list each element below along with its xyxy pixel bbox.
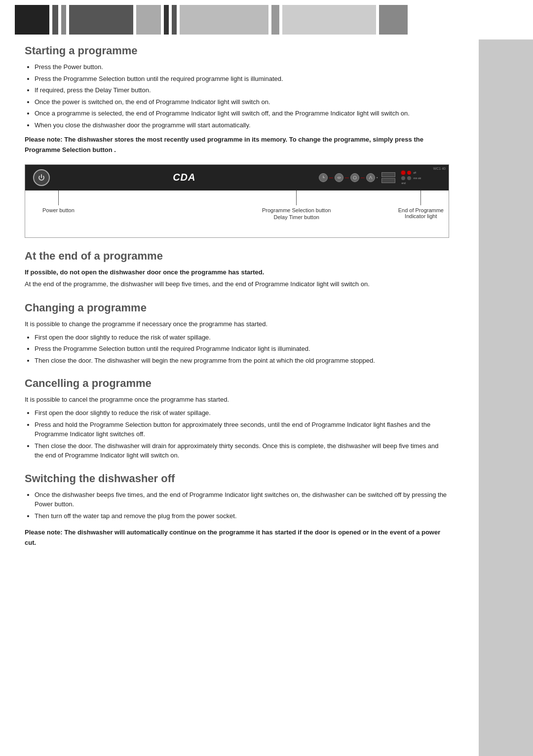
bar-block: [271, 5, 279, 35]
cda-label: CDA: [173, 172, 195, 183]
end-of-programme-label: End of ProgrammeIndicator light: [398, 207, 444, 219]
prog-icon-3: [350, 173, 359, 182]
indicator-dot-red2: [407, 171, 411, 175]
prog-selection-arrow: Programme Selection button Delay Timer b…: [262, 190, 331, 220]
list-item: Then turn off the water tap and remove t…: [35, 511, 449, 521]
cda-brand: CDA: [50, 172, 319, 183]
list-item: When you close the dishwasher door the p…: [35, 120, 449, 130]
right-sidebar: [479, 39, 533, 756]
indicator-text3: end: [401, 182, 405, 185]
bar-block: [15, 5, 49, 35]
bar-block: [69, 5, 133, 35]
diagram-labels: Power button Programme Selection button …: [25, 190, 449, 237]
power-button-arrow: Power button: [42, 190, 75, 213]
list-item: Once a programme is selected, the end of…: [35, 109, 449, 118]
list-item: First open the door slightly to reduce t…: [35, 333, 449, 342]
indicator-dot-red: [401, 171, 405, 175]
arrow-line-prog: [296, 190, 297, 205]
bar-block: [282, 5, 376, 35]
list-item: Once the power is switched on, the end o…: [35, 97, 449, 107]
starting-title: Starting a programme: [25, 44, 449, 57]
prog-separator4: •: [377, 175, 378, 180]
list-item: Press and hold the Programme Selection b…: [35, 420, 449, 439]
bar-block: [136, 5, 161, 35]
programme-icons: — — —: [319, 173, 378, 182]
indicator-text2: min ski: [413, 177, 421, 180]
power-button-icon: [33, 169, 50, 186]
at-end-para-2: At the end of the programme, the dishwas…: [25, 279, 449, 290]
cancelling-bullets: First open the door slightly to reduce t…: [35, 408, 449, 460]
indicator-text: off: [413, 171, 416, 174]
bar-block: [379, 5, 408, 35]
timer-bar-2: [381, 178, 395, 183]
prog-separator: —: [329, 175, 333, 180]
prog-separator2: —: [345, 175, 349, 180]
timer-bar-1: [381, 172, 395, 177]
arrow-line-power: [58, 190, 59, 205]
bar-block: [61, 5, 66, 35]
cancelling-section: Cancelling a programme It is possible to…: [25, 377, 449, 460]
programme-selection-label: Programme Selection button: [262, 207, 331, 213]
starting-bullets: Press the Power button. Press the Progra…: [35, 62, 449, 130]
starting-note: Please note: The dishwasher stores the m…: [25, 135, 449, 155]
prog-icon-2: [335, 173, 343, 182]
prog-icon-4: [366, 173, 375, 182]
end-of-programme-arrow: End of ProgrammeIndicator light: [398, 190, 444, 219]
list-item: Press the Power button.: [35, 62, 449, 72]
programme-controls: — — —: [319, 171, 421, 185]
changing-bullets: First open the door slightly to reduce t…: [35, 333, 449, 366]
timer-block: [381, 172, 395, 183]
indicator-row-2: min ski: [401, 176, 421, 180]
switching-title: Switching the dishwasher off: [25, 472, 449, 485]
indicator-lights: off min ski end: [401, 171, 421, 185]
list-item: If required, press the Delay Timer butto…: [35, 85, 449, 95]
indicator-dot-off1: [401, 176, 405, 180]
cancelling-intro: It is possible to cancel the programme o…: [25, 395, 449, 405]
indicator-row-1: off: [401, 171, 421, 175]
at-end-para-1: If possible, do not open the dishwasher …: [25, 267, 449, 278]
switching-section: Switching the dishwasher off Once the di…: [25, 472, 449, 548]
bar-block: [52, 5, 58, 35]
control-panel-diagram: CDA —: [25, 164, 449, 238]
at-end-section: At the end of a programme If possible, d…: [25, 250, 449, 290]
list-item: Press the Programme Selection button unt…: [35, 344, 449, 354]
switching-note: Please note: The dishwasher will automat…: [25, 528, 449, 548]
list-item: Press the Programme Selection button unt…: [35, 74, 449, 84]
prog-separator3: —: [361, 175, 365, 180]
panel-image: CDA —: [25, 165, 449, 190]
changing-intro: It is possible to change the programme i…: [25, 319, 449, 330]
top-bar: [0, 0, 533, 39]
svg-point-0: [353, 176, 356, 179]
indicator-row-3: end: [401, 182, 421, 185]
model-number: WC1 40: [433, 167, 446, 170]
bar-block: [180, 5, 268, 35]
arrow-line-end: [420, 190, 421, 205]
changing-section: Changing a programme It is possible to c…: [25, 302, 449, 365]
power-label: Power button: [42, 207, 75, 213]
at-end-title: At the end of a programme: [25, 250, 449, 263]
list-item: Then close the door. The dishwasher will…: [35, 441, 449, 460]
bar-block: [164, 5, 169, 35]
cancelling-title: Cancelling a programme: [25, 377, 449, 390]
prog-icon-1: [319, 173, 328, 182]
bar-block: [172, 5, 177, 35]
indicator-dot-off2: [407, 176, 411, 180]
starting-section: Starting a programme Press the Power but…: [25, 44, 449, 238]
list-item: Then close the door. The dishwasher will…: [35, 356, 449, 366]
list-item: Once the dishwasher beeps five times, an…: [35, 490, 449, 509]
list-item: First open the door slightly to reduce t…: [35, 408, 449, 418]
changing-title: Changing a programme: [25, 302, 449, 314]
switching-bullets: Once the dishwasher beeps five times, an…: [35, 490, 449, 521]
delay-timer-label: Delay Timer button: [262, 214, 331, 220]
